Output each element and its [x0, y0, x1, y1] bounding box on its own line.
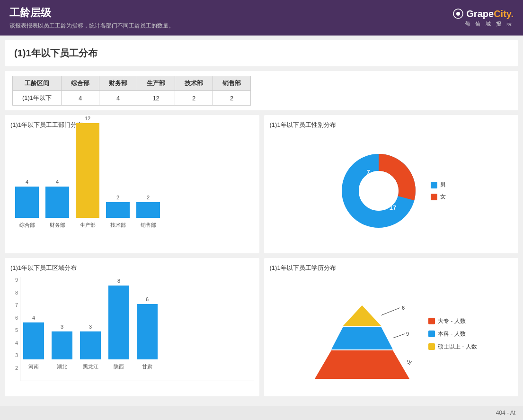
data-table: 工龄区间 综合部 财务部 生产部 技术部 销售部 (1)1年以下 4 4 12 … — [12, 76, 251, 106]
pyramid-layer-ss — [343, 305, 381, 326]
cell-2: 4 — [99, 91, 137, 106]
legend-female-dot — [431, 194, 437, 200]
cell-0: (1)1年以下 — [13, 91, 62, 106]
dept-chart-box: (1)1年以下员工工部门分布 4 综合部 4 财务部 12 — [5, 115, 259, 253]
legend-dz-label: 大专 - 人数 — [438, 317, 466, 325]
table-header-row: 工龄区间 综合部 财务部 生产部 技术部 销售部 — [13, 76, 251, 91]
col-header-1: 综合部 — [62, 76, 99, 91]
legend-dz: 大专 - 人数 — [428, 317, 477, 325]
region-bar-陕西: 8 陕西 — [108, 278, 129, 370]
edu-chart-box: (1)1年以下员工学历分布 6 — [264, 258, 519, 396]
cell-4: 2 — [175, 91, 213, 106]
charts-row-2: (1)1年以下员工区域分布 9 8 7 6 5 4 3 2 — [5, 258, 518, 396]
legend-male: 男 — [431, 181, 446, 189]
table-row: (1)1年以下 4 4 12 2 2 — [13, 91, 251, 106]
logo-icon — [453, 9, 463, 19]
y-axis: 9 8 7 6 5 4 3 2 — [10, 277, 20, 381]
cell-5: 2 — [213, 91, 251, 106]
bar-生产部: 12 生产部 — [76, 116, 99, 229]
bar-销售部: 2 销售部 — [136, 195, 160, 229]
table-section: 工龄区间 综合部 财务部 生产部 技术部 销售部 (1)1年以下 4 4 12 … — [5, 71, 518, 110]
bar-rect-财务部 — [45, 187, 69, 218]
main-content: (1)1年以下员工分布 工龄区间 综合部 财务部 生产部 技术部 销售部 (1)… — [0, 36, 523, 406]
legend-bk-label: 本科 - 人数 — [438, 330, 466, 338]
col-header-5: 销售部 — [213, 76, 251, 91]
dept-chart-title: (1)1年以下员工工部门分布 — [10, 121, 254, 129]
region-chart-box: (1)1年以下员工区域分布 9 8 7 6 5 4 3 2 — [5, 258, 259, 396]
logo-text: GrapeCity. — [466, 9, 514, 19]
footer-page-info: 404 - At — [496, 410, 515, 416]
gender-chart-box: (1)1年以下员工性别分布 — [264, 115, 519, 253]
line-ss — [381, 308, 400, 315]
bar-技术部: 2 技术部 — [106, 195, 130, 229]
legend-female-label: 女 — [440, 193, 446, 201]
page-subtitle: 该报表报表以员工工龄为指标，统计各部门不同工龄员工的数量。 — [9, 22, 174, 30]
bar-财务部: 4 财务部 — [45, 179, 69, 229]
gender-legend: 男 女 — [431, 181, 446, 201]
pyramid-layer-bk — [331, 327, 393, 349]
legend-dz-dot — [428, 318, 435, 324]
female-label: 7 — [367, 169, 370, 176]
col-header-3: 生产部 — [137, 76, 175, 91]
region-bar-湖北: 3 湖北 — [52, 324, 72, 370]
pyramid-legend: 大专 - 人数 本科 - 人数 硕士以上 - 人数 — [428, 317, 477, 351]
legend-female: 女 — [431, 193, 446, 201]
edu-chart-title: (1)1年以下员工学历分布 — [270, 264, 513, 272]
legend-ss-dot — [428, 343, 435, 350]
pyramid-layer-dz — [315, 350, 409, 379]
page-header: 工龄层级 该报表报表以员工工龄为指标，统计各部门不同工龄员工的数量。 Grape… — [0, 0, 523, 36]
bar-rect-综合部 — [15, 187, 39, 218]
legend-ss-label: 硕士以上 - 人数 — [438, 343, 477, 351]
cell-1: 4 — [62, 91, 99, 106]
region-bars: 4 河南 3 湖北 3 黑龙江 — [20, 277, 254, 381]
header-right: GrapeCity. 葡 萄 城 报 表 — [453, 9, 514, 27]
value-dz: 9 — [407, 359, 410, 365]
legend-bk: 本科 - 人数 — [428, 330, 477, 338]
col-header-4: 技术部 — [175, 76, 213, 91]
cell-3: 12 — [137, 91, 175, 106]
col-header-0: 工龄区间 — [13, 76, 62, 91]
charts-row-1: (1)1年以下员工工部门分布 4 综合部 4 财务部 12 — [5, 115, 518, 253]
region-chart-container: 9 8 7 6 5 4 3 2 4 河南 — [10, 277, 254, 381]
legend-bk-dot — [428, 331, 435, 337]
bar-rect-销售部 — [136, 202, 160, 218]
region-bar-黑龙江: 3 黑龙江 — [80, 324, 101, 370]
region-bar-河南: 4 河南 — [23, 315, 44, 370]
dept-bar-chart: 4 综合部 4 财务部 12 生产部 2 — [10, 134, 254, 229]
pyramid-container: 6 9 9 大专 - 人数 本科 - 人数 — [270, 277, 513, 391]
gender-chart-title: (1)1年以下员工性别分布 — [270, 121, 513, 129]
page-footer: 404 - At — [0, 406, 523, 420]
male-label: 17 — [390, 204, 396, 211]
svg-point-1 — [456, 12, 460, 16]
bar-综合部: 4 综合部 — [15, 179, 39, 229]
page-title: 工龄层级 — [9, 6, 174, 20]
region-chart-title: (1)1年以下员工区域分布 — [10, 264, 254, 272]
legend-male-label: 男 — [440, 181, 446, 189]
legend-male-dot — [431, 182, 437, 188]
logo-subtitle: 葡 萄 城 报 表 — [465, 20, 514, 27]
value-ss: 6 — [402, 305, 405, 311]
header-left: 工龄层级 该报表报表以员工工龄为指标，统计各部门不同工龄员工的数量。 — [9, 6, 174, 30]
section-title: (1)1年以下员工分布 — [5, 40, 518, 66]
bar-rect-技术部 — [106, 202, 130, 218]
value-bk: 9 — [406, 331, 409, 337]
pyramid-svg: 6 9 9 — [305, 284, 419, 384]
bar-rect-生产部 — [76, 123, 99, 218]
legend-ss: 硕士以上 - 人数 — [428, 343, 477, 351]
region-bar-甘肃: 6 甘肃 — [137, 296, 158, 370]
gender-donut-container: 7 17 男 女 — [270, 134, 513, 248]
donut-svg: 7 17 — [336, 148, 421, 233]
col-header-2: 财务部 — [99, 76, 137, 91]
line-bk — [393, 334, 405, 338]
